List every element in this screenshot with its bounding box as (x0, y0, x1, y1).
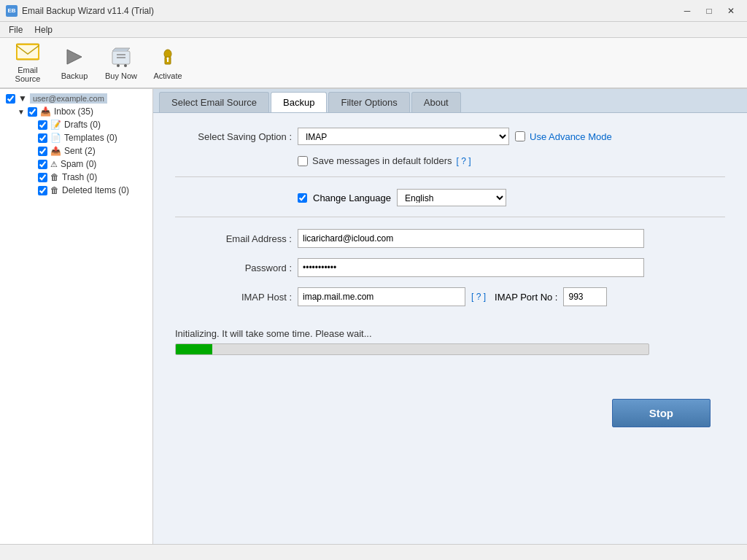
spam-label: Spam (0) (61, 159, 96, 169)
deleted-label: Deleted Items (0) (62, 185, 129, 195)
imap-host-row: IMAP Host : [ ? ] IMAP Port No : (175, 287, 725, 306)
expand-icon: ▼ (18, 108, 25, 116)
root-label: user@example.com (30, 93, 107, 104)
minimize-button[interactable]: ─ (677, 4, 697, 18)
templates-label: Templates (0) (64, 133, 117, 143)
svg-point-11 (167, 58, 169, 60)
toolbar: Email Source Backup Buy Now (0, 38, 747, 89)
email-address-label: Email Address : (175, 233, 292, 244)
trash-label: Trash (0) (62, 172, 97, 182)
inbox-label: Inbox (35) (54, 106, 93, 117)
advance-mode-label: Use Advance Mode (530, 131, 612, 142)
sent-icon: 📤 (50, 146, 61, 156)
root-checkbox[interactable] (6, 94, 15, 104)
content-area: Select Email Source Backup Filter Option… (153, 89, 747, 544)
app-icon-text: EB (7, 7, 15, 14)
saving-option-select[interactable]: IMAP EML MSG PST PDF MBOX (298, 128, 509, 145)
sidebar-item-sent[interactable]: 📤 Sent (2) (15, 144, 150, 158)
sidebar-item-trash[interactable]: 🗑 Trash (0) (15, 171, 150, 184)
drafts-checkbox[interactable] (38, 120, 47, 130)
language-select[interactable]: English French German Spanish (397, 189, 506, 206)
tab-backup[interactable]: Backup (271, 92, 327, 112)
email-source-icon (16, 42, 39, 63)
email-source-button[interactable]: Email Source (6, 41, 50, 85)
sidebar-item-spam[interactable]: ⚠ Spam (0) (15, 158, 150, 171)
spam-checkbox[interactable] (38, 160, 47, 169)
svg-marker-2 (67, 50, 82, 64)
sent-label: Sent (2) (64, 146, 96, 156)
email-address-input[interactable] (298, 229, 644, 248)
sidebar-item-drafts[interactable]: 📝 Drafts (0) (15, 118, 150, 131)
app-title: Email Backup Wizard v11.4 (Trial) (22, 6, 154, 16)
password-input[interactable] (298, 258, 644, 277)
save-messages-row: Save messages in default folders [ ? ] (298, 155, 725, 166)
password-label: Password : (175, 262, 292, 273)
sidebar: ▼ user@example.com ▼ 📥 Inbox (35) 📝 Draf… (0, 89, 153, 544)
form-divider-2 (175, 217, 725, 217)
svg-point-5 (124, 64, 127, 67)
imap-port-label: IMAP Port No : (495, 292, 557, 303)
sidebar-item-deleted-items[interactable]: 🗑 Deleted Items (0) (15, 184, 150, 197)
tab-filter-options[interactable]: Filter Options (328, 92, 409, 112)
deleted-icon: 🗑 (50, 185, 59, 195)
main-layout: ▼ user@example.com ▼ 📥 Inbox (35) 📝 Draf… (0, 89, 747, 544)
backup-button[interactable]: Backup (53, 41, 96, 85)
spam-icon: ⚠ (50, 160, 58, 169)
save-messages-checkbox[interactable] (298, 156, 308, 166)
saving-option-row: Select Saving Option : IMAP EML MSG PST … (175, 128, 725, 145)
language-row: Change Language English French German Sp… (175, 189, 725, 206)
trash-checkbox[interactable] (38, 173, 47, 182)
menu-bar: File Help (0, 22, 747, 38)
status-bar (0, 544, 747, 560)
drafts-icon: 📝 (50, 120, 61, 130)
app-icon: EB (6, 5, 18, 17)
maximize-button[interactable]: □ (699, 4, 719, 18)
password-group (298, 258, 725, 277)
drafts-label: Drafts (0) (64, 120, 101, 130)
menu-help[interactable]: Help (28, 23, 58, 36)
buy-now-icon (109, 45, 133, 69)
activate-button[interactable]: Activate (146, 41, 190, 85)
progress-bar-fill (176, 344, 212, 354)
sidebar-root[interactable]: ▼ user@example.com (3, 92, 150, 105)
trash-icon: 🗑 (50, 172, 59, 182)
templates-icon: 📄 (50, 133, 61, 143)
form-divider-1 (175, 176, 725, 177)
window-controls: ─ □ ✕ (677, 4, 741, 18)
activate-icon (156, 45, 179, 69)
imap-port-input[interactable] (563, 287, 607, 306)
imap-host-label: IMAP Host : (175, 292, 292, 303)
imap-help-link[interactable]: [ ? ] (471, 292, 486, 302)
buy-now-button[interactable]: Buy Now (99, 41, 143, 85)
sidebar-item-templates[interactable]: 📄 Templates (0) (15, 131, 150, 144)
inbox-icon: 📥 (40, 106, 51, 117)
email-source-label: Email Source (9, 66, 47, 83)
title-bar: EB Email Backup Wizard v11.4 (Trial) ─ □… (0, 0, 747, 22)
progress-text: Initializing. It will take some time. Pl… (175, 328, 725, 339)
advance-mode-checkbox[interactable] (515, 131, 525, 141)
tab-select-email-source[interactable]: Select Email Source (159, 92, 269, 112)
close-button[interactable]: ✕ (721, 4, 741, 18)
save-messages-label: Save messages in default folders (312, 155, 452, 166)
stop-button[interactable]: Stop (612, 399, 711, 427)
sidebar-item-inbox[interactable]: ▼ 📥 Inbox (35) (15, 105, 150, 118)
password-row: Password : (175, 258, 725, 277)
title-bar-left: EB Email Backup Wizard v11.4 (Trial) (6, 5, 154, 17)
imap-host-group: [ ? ] IMAP Port No : (298, 287, 725, 306)
menu-file[interactable]: File (3, 23, 28, 36)
buy-now-label: Buy Now (105, 71, 137, 80)
tab-about[interactable]: About (411, 92, 461, 112)
saving-option-label: Select Saving Option : (175, 131, 292, 142)
change-language-checkbox[interactable] (298, 193, 307, 203)
sent-checkbox[interactable] (38, 147, 47, 156)
backup-icon (63, 45, 86, 69)
save-messages-help[interactable]: [ ? ] (457, 156, 471, 166)
advance-mode-group: Use Advance Mode (515, 131, 612, 142)
inbox-checkbox[interactable] (28, 107, 37, 117)
templates-checkbox[interactable] (38, 133, 47, 143)
deleted-checkbox[interactable] (38, 186, 47, 195)
stop-button-area: Stop (175, 399, 725, 427)
backup-label: Backup (61, 71, 88, 80)
imap-host-input[interactable] (298, 287, 465, 306)
tab-bar: Select Email Source Backup Filter Option… (153, 89, 747, 113)
